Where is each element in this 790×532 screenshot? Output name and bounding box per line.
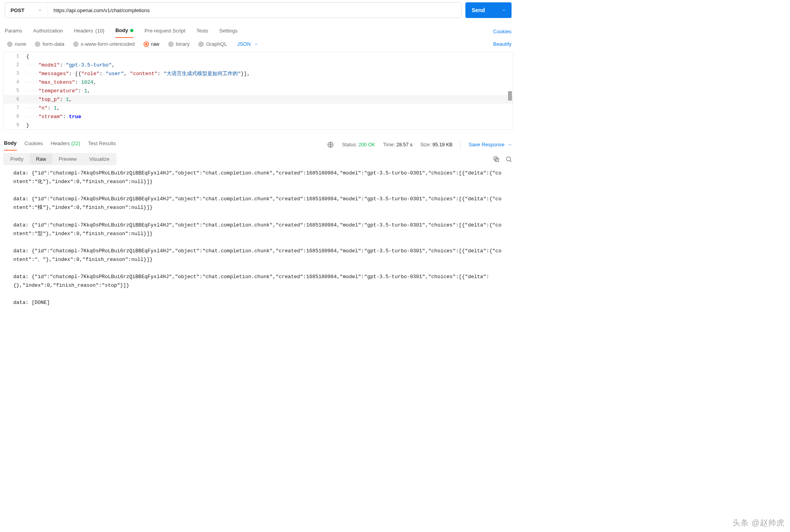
dot-indicator-icon	[130, 29, 133, 32]
radio-icon	[7, 41, 13, 47]
svg-line-4	[510, 160, 512, 162]
response-tab-body[interactable]: Body	[4, 138, 17, 151]
radio-icon	[168, 41, 174, 47]
beautify-link[interactable]: Beautify	[493, 41, 512, 47]
editor-minimap[interactable]	[508, 91, 512, 101]
divider	[460, 140, 461, 149]
request-url-input[interactable]	[48, 3, 461, 18]
response-time: Time: 28.57 s	[383, 142, 412, 147]
tab-body[interactable]: Body	[115, 25, 134, 38]
tab-settings[interactable]: Settings	[219, 25, 238, 38]
response-tab-test-results[interactable]: Test Results	[88, 139, 116, 150]
body-graphql-radio[interactable]: GraphQL	[198, 41, 227, 47]
svg-point-3	[506, 157, 511, 161]
chevron-down-icon	[38, 8, 42, 13]
search-icon[interactable]	[505, 156, 512, 163]
body-xwww-radio[interactable]: x-www-form-urlencoded	[73, 41, 135, 47]
view-raw-button[interactable]: Raw	[30, 154, 52, 164]
body-formdata-radio[interactable]: form-data	[35, 41, 65, 47]
response-size: Size: 95.19 KB	[420, 142, 453, 147]
tab-params[interactable]: Params	[5, 25, 22, 38]
copy-icon[interactable]	[493, 156, 500, 163]
http-method-select[interactable]: POST	[5, 3, 48, 18]
cookies-link[interactable]: Cookies	[493, 29, 512, 34]
response-tab-cookies[interactable]: Cookies	[25, 139, 43, 150]
request-body-editor[interactable]: 1{ 2····"model":·"gpt-3.5-turbo", 3····"…	[3, 52, 513, 130]
radio-icon	[144, 41, 149, 47]
chevron-down-icon	[501, 8, 506, 13]
body-none-radio[interactable]: none	[7, 41, 26, 47]
view-visualize-button[interactable]: Visualize	[83, 154, 116, 164]
response-tab-headers[interactable]: Headers (22)	[50, 139, 80, 150]
body-raw-radio[interactable]: raw	[144, 41, 160, 47]
response-status: Status: 200 OK	[342, 142, 375, 147]
body-binary-radio[interactable]: binary	[168, 41, 190, 47]
send-button-label: Send	[465, 7, 491, 13]
tab-tests[interactable]: Tests	[196, 25, 208, 38]
radio-icon	[73, 41, 79, 47]
tab-headers[interactable]: Headers (10)	[74, 25, 104, 38]
send-button[interactable]: Send	[465, 2, 512, 18]
chevron-down-icon	[254, 42, 259, 47]
raw-language-select[interactable]: JSON	[237, 41, 259, 47]
radio-icon	[198, 41, 204, 47]
response-body-text[interactable]: data: {"id":"chatcmpl-7KkqOsPRoLBui6rzQi…	[0, 165, 516, 310]
save-response-button[interactable]: Save Response	[469, 142, 512, 147]
chevron-down-icon	[508, 142, 512, 147]
method-url-container: POST	[5, 2, 461, 18]
tab-authorization[interactable]: Authorization	[33, 25, 63, 38]
view-pretty-button[interactable]: Pretty	[4, 154, 30, 164]
http-method-label: POST	[11, 7, 24, 13]
response-view-segment: Pretty Raw Preview Visualize	[3, 153, 117, 165]
tab-prerequest[interactable]: Pre-request Script	[144, 25, 185, 38]
view-preview-button[interactable]: Preview	[52, 154, 83, 164]
globe-icon[interactable]	[327, 141, 334, 148]
radio-icon	[35, 41, 40, 47]
